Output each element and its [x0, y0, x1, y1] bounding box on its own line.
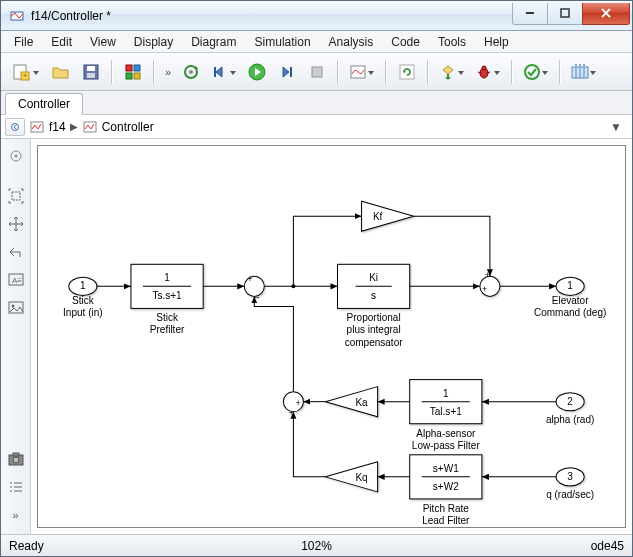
block-outport-1[interactable]: 1 Elevator Command (deg): [534, 277, 606, 318]
svg-text:3: 3: [567, 471, 573, 482]
svg-text:+: +: [288, 408, 293, 418]
window-title: f14/Controller *: [31, 9, 111, 23]
new-model-button[interactable]: +: [7, 58, 45, 86]
block-gain-ka[interactable]: Ka: [325, 387, 377, 417]
advisor-button[interactable]: [519, 58, 553, 86]
menu-tools[interactable]: Tools: [429, 33, 475, 51]
svg-text:plus integral: plus integral: [347, 324, 401, 335]
menu-diagram[interactable]: Diagram: [182, 33, 245, 51]
svg-rect-10: [134, 65, 140, 71]
svg-text:Ka: Ka: [355, 397, 368, 408]
stop-button[interactable]: [303, 58, 331, 86]
annotations-button[interactable]: A≡: [1, 267, 30, 293]
svg-rect-12: [134, 73, 140, 79]
run-button[interactable]: [243, 58, 271, 86]
build-button[interactable]: [435, 58, 469, 86]
grid-icon: [571, 64, 589, 80]
svg-text:1: 1: [443, 388, 449, 399]
close-button[interactable]: [582, 3, 630, 25]
svg-rect-44: [13, 453, 19, 456]
block-inport-2[interactable]: 2 alpha (rad): [546, 393, 594, 425]
folder-open-icon: [52, 64, 70, 80]
breadcrumb-current[interactable]: Controller: [102, 120, 154, 134]
find-button[interactable]: [1, 474, 30, 500]
update-diagram-button[interactable]: [177, 58, 205, 86]
step-forward-button[interactable]: [273, 58, 301, 86]
fit-to-view-button[interactable]: [1, 183, 30, 209]
svg-text:Lead Filter: Lead Filter: [422, 515, 470, 526]
svg-text:+: +: [23, 71, 28, 80]
block-inport-3[interactable]: 3 q (rad/sec): [546, 468, 594, 500]
block-gain-kf[interactable]: Kf: [362, 201, 414, 231]
maximize-button[interactable]: [547, 3, 583, 25]
toolbar-overflow-1[interactable]: »: [161, 66, 175, 78]
stop-time-button[interactable]: [567, 58, 601, 86]
breadcrumb-dropdown-icon[interactable]: ▼: [610, 120, 628, 134]
status-solver[interactable]: ode45: [591, 539, 624, 553]
block-pitch-filter[interactable]: s+W1 s+W2 Pitch Rate Lead Filter: [410, 455, 482, 526]
menu-edit[interactable]: Edit: [42, 33, 81, 51]
block-compensator[interactable]: Ki s Proportional plus integral compensa…: [338, 264, 410, 347]
chevron-right-icon: »: [12, 509, 18, 521]
record-button[interactable]: [345, 58, 379, 86]
nav-back-button[interactable]: [5, 118, 25, 136]
open-button[interactable]: [47, 58, 75, 86]
menu-bar: File Edit View Display Diagram Simulatio…: [1, 31, 632, 53]
menu-analysis[interactable]: Analysis: [320, 33, 383, 51]
tab-strip: Controller: [1, 91, 632, 115]
svg-text:Elevator: Elevator: [552, 295, 589, 306]
debug-button[interactable]: [471, 58, 505, 86]
block-alpha-filter[interactable]: 1 Tal.s+1 Alpha-sensor Low-pass Filter: [410, 380, 482, 451]
bug-icon: [476, 64, 492, 80]
svg-text:compensator: compensator: [345, 337, 404, 348]
annotation-icon: A≡: [8, 273, 24, 287]
block-gain-kq[interactable]: Kq: [325, 462, 377, 492]
svg-point-25: [525, 65, 539, 79]
block-stick-prefilter[interactable]: 1 Ts.s+1 Stick Prefilter: [131, 264, 203, 335]
menu-help[interactable]: Help: [475, 33, 518, 51]
svg-rect-9: [126, 65, 132, 71]
svg-point-32: [583, 64, 585, 66]
svg-text:Command (deg): Command (deg): [534, 307, 606, 318]
explorer-palette: A≡ »: [1, 139, 31, 534]
svg-text:2: 2: [567, 396, 573, 407]
svg-point-22: [482, 66, 486, 70]
svg-text:s+W2: s+W2: [433, 481, 459, 492]
image-annotation-button[interactable]: [1, 295, 30, 321]
target-icon: [9, 149, 23, 163]
show-explorer-button[interactable]: [1, 143, 30, 169]
screenshot-button[interactable]: [1, 446, 30, 472]
block-inport-1[interactable]: 1 Stick Input (in): [63, 277, 103, 318]
save-button[interactable]: [77, 58, 105, 86]
palette-overflow-button[interactable]: »: [1, 502, 30, 528]
svg-rect-8: [87, 73, 95, 78]
refresh-gear-icon: [182, 63, 200, 81]
step-back-button[interactable]: [207, 58, 241, 86]
status-ready: Ready: [9, 539, 44, 553]
svg-text:+: +: [482, 284, 487, 294]
svg-text:Low-pass Filter: Low-pass Filter: [412, 440, 481, 451]
menu-file[interactable]: File: [5, 33, 42, 51]
fit-selection-button[interactable]: [1, 211, 30, 237]
menu-view[interactable]: View: [81, 33, 125, 51]
tab-controller[interactable]: Controller: [5, 93, 83, 115]
svg-rect-38: [12, 192, 20, 200]
back-to-parent-button[interactable]: [1, 239, 30, 265]
minimize-button[interactable]: [512, 3, 548, 25]
diagram-canvas[interactable]: 1 Stick Input (in) 1 Ts.s+1 Stick Prefil…: [37, 145, 626, 528]
refresh-button[interactable]: [393, 58, 421, 86]
breadcrumb-root[interactable]: f14: [49, 120, 66, 134]
menu-display[interactable]: Display: [125, 33, 182, 51]
menu-simulation[interactable]: Simulation: [246, 33, 320, 51]
svg-text:alpha (rad): alpha (rad): [546, 414, 594, 425]
library-browser-button[interactable]: [119, 58, 147, 86]
svg-rect-18: [312, 67, 322, 77]
svg-rect-2: [561, 9, 569, 17]
menu-code[interactable]: Code: [382, 33, 429, 51]
svg-rect-7: [87, 66, 95, 71]
svg-point-42: [11, 305, 14, 308]
status-zoom[interactable]: 102%: [301, 539, 332, 553]
main-area: A≡ »: [1, 139, 632, 534]
svg-text:+: +: [485, 270, 490, 280]
svg-text:Input (in): Input (in): [63, 307, 103, 318]
